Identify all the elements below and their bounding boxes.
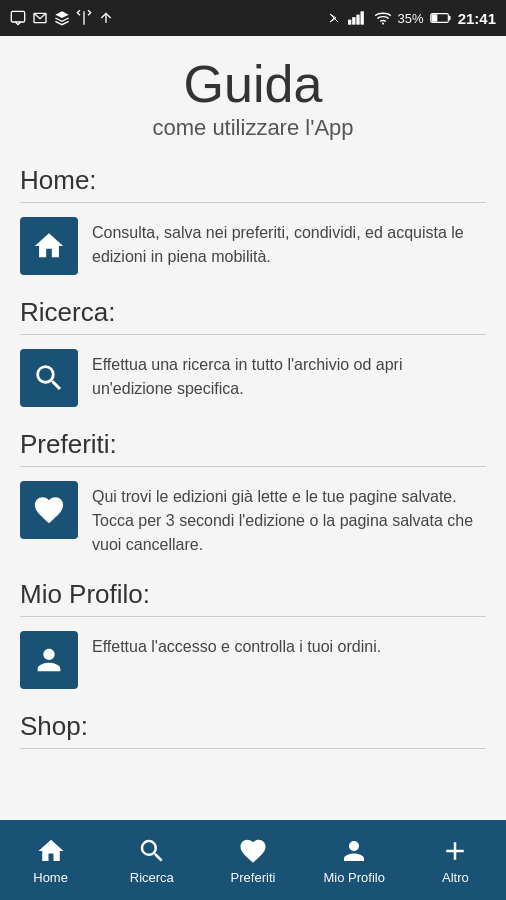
nav-ricerca-label: Ricerca: [130, 870, 174, 885]
nav-altro-label: Altro: [442, 870, 469, 885]
section-header-home: Home:: [20, 165, 486, 203]
nav-item-altro[interactable]: Altro: [405, 820, 506, 900]
section-item-home: Consulta, salva nei preferiti, condividi…: [20, 217, 486, 275]
nav-item-home[interactable]: Home: [0, 820, 101, 900]
heart-icon: [32, 493, 66, 527]
nav-item-preferiti[interactable]: Preferiti: [202, 820, 303, 900]
nav-mio-profilo-label: Mio Profilo: [324, 870, 385, 885]
battery-level: 35%: [398, 11, 424, 26]
user-icon: [32, 643, 66, 677]
status-bar: 35% 21:41: [0, 0, 506, 36]
preferiti-text: Qui trovi le edizioni già lette e le tue…: [92, 481, 486, 557]
svg-rect-2: [348, 20, 351, 25]
section-item-mio-profilo: Effettua l'accesso e controlla i tuoi or…: [20, 631, 486, 689]
page-title: Guida: [20, 56, 486, 113]
home-icon-box: [20, 217, 78, 275]
svg-rect-9: [431, 14, 437, 21]
heart-icon-box: [20, 481, 78, 539]
bottom-nav: Home Ricerca Preferiti Mio Profilo Altro: [0, 820, 506, 900]
nav-search-icon: [137, 836, 167, 866]
status-bar-left: [10, 10, 114, 26]
section-item-preferiti: Qui trovi le edizioni già lette e le tue…: [20, 481, 486, 557]
svg-rect-4: [356, 15, 359, 25]
nav-home-label: Home: [33, 870, 68, 885]
section-item-ricerca: Effettua una ricerca in tutto l'archivio…: [20, 349, 486, 407]
page-subtitle: come utilizzare l'App: [20, 115, 486, 141]
section-header-preferiti: Preferiti:: [20, 429, 486, 467]
section-header-ricerca: Ricerca:: [20, 297, 486, 335]
ricerca-text: Effettua una ricerca in tutto l'archivio…: [92, 349, 486, 401]
section-header-mio-profilo: Mio Profilo:: [20, 579, 486, 617]
nav-home-icon: [36, 836, 66, 866]
home-icon: [32, 229, 66, 263]
status-bar-right: 35% 21:41: [326, 10, 496, 27]
svg-rect-8: [448, 16, 450, 20]
time: 21:41: [458, 10, 496, 27]
svg-rect-0: [11, 11, 24, 22]
nav-item-ricerca[interactable]: Ricerca: [101, 820, 202, 900]
svg-rect-3: [352, 17, 355, 25]
search-icon: [32, 361, 66, 395]
nav-plus-icon: [440, 836, 470, 866]
mio-profilo-text: Effettua l'accesso e controlla i tuoi or…: [92, 631, 381, 659]
nav-preferiti-label: Preferiti: [231, 870, 276, 885]
user-icon-box: [20, 631, 78, 689]
main-content: Guida come utilizzare l'App Home: Consul…: [0, 36, 506, 820]
section-header-shop: Shop:: [20, 711, 486, 749]
svg-rect-5: [360, 11, 363, 24]
search-icon-box: [20, 349, 78, 407]
home-text: Consulta, salva nei preferiti, condividi…: [92, 217, 486, 269]
nav-user-icon: [339, 836, 369, 866]
svg-point-6: [382, 23, 384, 25]
nav-item-mio-profilo[interactable]: Mio Profilo: [304, 820, 405, 900]
nav-heart-icon: [238, 836, 268, 866]
